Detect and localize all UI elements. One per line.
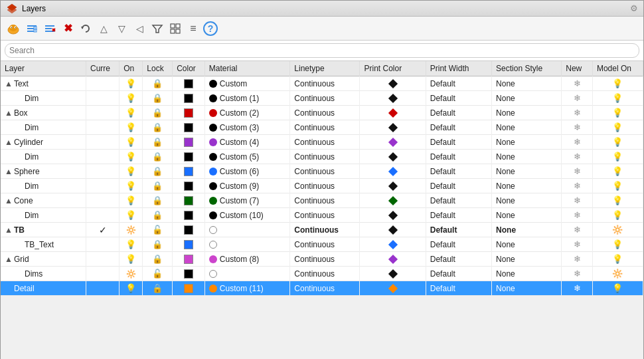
- model-on-cell[interactable]: 💡: [592, 281, 643, 296]
- on-cell[interactable]: 🔆: [120, 223, 143, 237]
- lock-locked-icon[interactable]: 🔒: [152, 152, 163, 162]
- model-on-cell[interactable]: 💡: [592, 208, 643, 223]
- table-row[interactable]: Dim 💡 🔒 Custom (5) Continuous Default No…: [1, 150, 643, 164]
- bulb-on-icon[interactable]: 💡: [125, 78, 136, 88]
- model-bulb-icon[interactable]: 💡: [612, 93, 623, 103]
- model-on-cell[interactable]: 💡: [592, 120, 643, 135]
- bulb-on-icon[interactable]: 💡: [125, 93, 136, 103]
- model-on-cell[interactable]: 💡: [592, 150, 643, 164]
- lock-locked-icon[interactable]: 🔒: [152, 137, 163, 147]
- model-bulb-icon[interactable]: 💡: [612, 122, 623, 132]
- table-row[interactable]: ▲Sphere 💡 🔒 Custom (6) Continuous Defaul…: [1, 164, 643, 179]
- delete-layer-button[interactable]: [42, 21, 58, 37]
- lock-cell[interactable]: 🔒: [143, 193, 173, 208]
- remove-button[interactable]: ✖: [60, 21, 76, 37]
- lock-cell[interactable]: 🔒: [143, 91, 173, 106]
- model-bulb-icon[interactable]: 💡: [612, 181, 623, 191]
- bulb-on-icon[interactable]: 💡: [125, 195, 136, 205]
- new-cell[interactable]: ❄: [562, 223, 593, 237]
- color-cell[interactable]: [173, 193, 205, 208]
- lock-locked-icon[interactable]: 🔒: [152, 210, 163, 220]
- move-left-button[interactable]: ◁: [131, 21, 147, 37]
- model-on-cell[interactable]: 💡: [592, 193, 643, 208]
- color-swatch[interactable]: [184, 240, 193, 249]
- on-cell[interactable]: 💡: [120, 135, 143, 150]
- table-row[interactable]: ▲Cone 💡 🔒 Custom (7) Continuous Default …: [1, 193, 643, 208]
- table-row[interactable]: ▲Box 💡 🔒 Custom (2) Continuous Default N…: [1, 106, 643, 120]
- model-bulb-icon[interactable]: 💡: [612, 239, 623, 249]
- lock-cell[interactable]: 🔒: [143, 120, 173, 135]
- color-cell[interactable]: [173, 164, 205, 179]
- lock-unlocked-icon[interactable]: 🔓: [152, 225, 163, 235]
- color-swatch[interactable]: [184, 167, 193, 176]
- color-swatch[interactable]: [184, 152, 193, 162]
- material-cell[interactable]: Custom (3): [204, 120, 290, 135]
- color-swatch[interactable]: [184, 79, 193, 88]
- lock-locked-icon[interactable]: 🔒: [152, 122, 163, 132]
- new-cell[interactable]: ❄: [562, 267, 593, 281]
- color-cell[interactable]: [173, 135, 205, 150]
- material-cell[interactable]: Custom (9): [204, 179, 290, 193]
- color-swatch[interactable]: [184, 123, 193, 132]
- new-cell[interactable]: ❄: [562, 164, 593, 179]
- material-cell[interactable]: Custom (4): [204, 135, 290, 150]
- new-cell[interactable]: ❄: [562, 193, 593, 208]
- model-on-cell[interactable]: 💡: [592, 106, 643, 120]
- new-cell[interactable]: ❄: [562, 76, 593, 91]
- table-row[interactable]: ▲Cylinder 💡 🔒 Custom (4) Continuous Defa…: [1, 135, 643, 150]
- color-swatch[interactable]: [184, 225, 193, 235]
- lock-locked-icon[interactable]: 🔒: [152, 93, 163, 103]
- on-cell[interactable]: 💡: [120, 76, 143, 91]
- table-row[interactable]: ▲TB ✓ 🔆 🔓 Continuous Default None ❄ 🔆: [1, 223, 643, 237]
- new-cell[interactable]: ❄: [562, 179, 593, 193]
- on-cell[interactable]: 💡: [120, 208, 143, 223]
- table-row[interactable]: Dim 💡 🔒 Custom (1) Continuous Default No…: [1, 91, 643, 106]
- bulb-on-icon[interactable]: 💡: [125, 254, 136, 264]
- new-layer-snowflake-icon[interactable]: ❄: [574, 239, 581, 249]
- color-cell[interactable]: [173, 208, 205, 223]
- color-cell[interactable]: [173, 120, 205, 135]
- color-cell[interactable]: [173, 267, 205, 281]
- help-button[interactable]: ?: [203, 21, 218, 36]
- color-cell[interactable]: [173, 252, 205, 267]
- model-bulb-icon[interactable]: 💡: [612, 152, 623, 162]
- new-layer-snowflake-icon[interactable]: ❄: [574, 137, 581, 147]
- color-swatch[interactable]: [184, 284, 193, 293]
- model-on-cell[interactable]: 💡: [592, 135, 643, 150]
- lock-cell[interactable]: 🔓: [143, 223, 173, 237]
- lock-unlocked-icon[interactable]: 🔓: [152, 269, 163, 279]
- model-bulb-icon[interactable]: 💡: [612, 283, 623, 293]
- lock-cell[interactable]: 🔒: [143, 237, 173, 252]
- material-cell[interactable]: [204, 267, 290, 281]
- on-cell[interactable]: 💡: [120, 237, 143, 252]
- on-cell[interactable]: 💡: [120, 120, 143, 135]
- lock-locked-icon[interactable]: 🔒: [152, 166, 163, 176]
- new-layer-snowflake-icon[interactable]: ❄: [574, 283, 581, 293]
- material-cell[interactable]: Custom: [204, 76, 290, 91]
- model-bulb-icon[interactable]: 💡: [612, 78, 623, 88]
- list-view-button[interactable]: ≡: [185, 21, 201, 37]
- lock-locked-icon[interactable]: 🔒: [152, 78, 163, 88]
- lock-cell[interactable]: 🔒: [143, 252, 173, 267]
- model-bulb-icon[interactable]: 💡: [612, 210, 623, 220]
- new-layer-snowflake-icon[interactable]: ❄: [574, 108, 581, 118]
- table-row[interactable]: Dim 💡 🔒 Custom (3) Continuous Default No…: [1, 120, 643, 135]
- new-layer-button[interactable]: [24, 21, 40, 37]
- bulb-on-icon[interactable]: 💡: [125, 210, 136, 220]
- table-row[interactable]: TB_Text 💡 🔒 Continuous Default None ❄ 💡: [1, 237, 643, 252]
- model-bulb-icon[interactable]: 💡: [612, 166, 623, 176]
- bulb-on-icon[interactable]: 💡: [125, 181, 136, 191]
- table-row[interactable]: ▲Text 💡 🔒 Custom Continuous Default None…: [1, 76, 643, 91]
- color-cell[interactable]: [173, 281, 205, 296]
- on-cell[interactable]: 💡: [120, 193, 143, 208]
- bulb-on-icon[interactable]: 💡: [125, 166, 136, 176]
- material-cell[interactable]: Custom (8): [204, 252, 290, 267]
- color-cell[interactable]: [173, 91, 205, 106]
- material-cell[interactable]: Custom (10): [204, 208, 290, 223]
- on-cell[interactable]: 💡: [120, 150, 143, 164]
- model-bulb-icon[interactable]: 💡: [612, 254, 623, 264]
- settings-icon[interactable]: ⚙: [630, 3, 638, 13]
- new-cell[interactable]: ❄: [562, 150, 593, 164]
- new-cell[interactable]: ❄: [562, 281, 593, 296]
- lock-cell[interactable]: 🔒: [143, 106, 173, 120]
